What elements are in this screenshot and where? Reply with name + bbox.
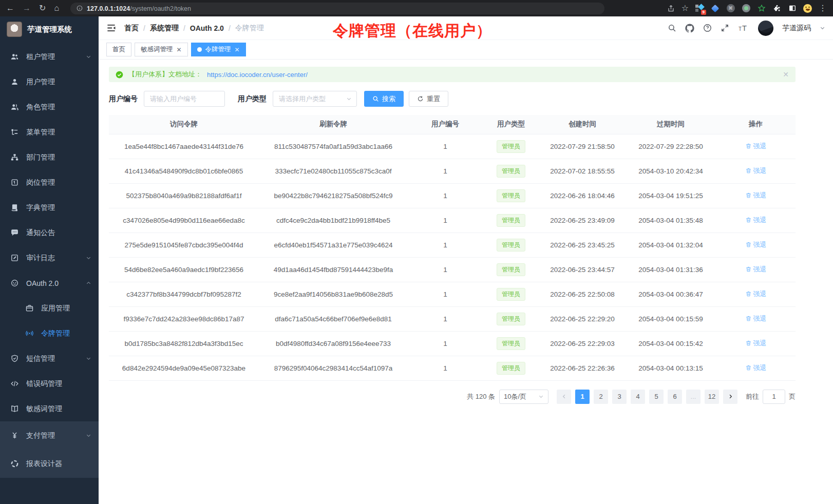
sidebar-item-错误码管理[interactable]: 错误码管理 [0, 371, 99, 396]
page-button-...[interactable]: ... [686, 390, 701, 404]
alert-close-icon[interactable]: ✕ [783, 70, 789, 79]
fullscreen-icon[interactable] [721, 24, 729, 32]
site-info-icon[interactable] [77, 5, 83, 11]
username[interactable]: 芋道源码 [782, 24, 811, 33]
sidebar-item-审计日志[interactable]: 审计日志 [0, 245, 99, 270]
table-row: 1ea5e44f8bc1467aaede43144f31de76 811c530… [109, 134, 796, 159]
logo-avatar [7, 22, 22, 37]
sidebar-item-敏感词管理[interactable]: 敏感词管理 [0, 396, 99, 421]
sidebar-item-用户管理[interactable]: 用户管理 [0, 69, 99, 94]
tab-令牌管理[interactable]: 令牌管理 ✕ [191, 43, 246, 56]
sidebar-item-OAuth 2.0[interactable]: OAuth 2.0 [0, 270, 99, 296]
sidebar-item-字典管理[interactable]: 字典管理 [0, 195, 99, 220]
sidebar-collapse-icon[interactable] [106, 23, 116, 33]
tab-首页[interactable]: 首页 [106, 43, 131, 56]
page-size-select[interactable]: 10条/页 [499, 390, 548, 404]
select-chevron-icon [346, 96, 352, 102]
force-logout-button[interactable]: 强退 [745, 339, 767, 348]
bookmark-star-icon[interactable]: ☆ [681, 4, 689, 12]
extension-blocks-icon[interactable]: 9 [695, 4, 704, 13]
breadcrumb-item[interactable]: 系统管理 [150, 24, 179, 33]
sidebar-item-角色管理[interactable]: 角色管理 [0, 94, 99, 120]
force-logout-button[interactable]: 强退 [745, 142, 767, 151]
force-logout-button[interactable]: 强退 [745, 363, 767, 373]
tab-close-icon[interactable]: ✕ [177, 46, 182, 53]
extension-record-icon[interactable] [742, 4, 750, 13]
reload-icon[interactable]: ↻ [39, 4, 46, 12]
force-logout-button[interactable]: 强退 [745, 216, 767, 225]
help-icon[interactable] [703, 24, 712, 32]
extension-badge: 9 [701, 10, 706, 15]
page-button-2[interactable]: 2 [594, 390, 608, 404]
next-page-button[interactable] [723, 390, 737, 404]
sidebar-item-菜单管理[interactable]: 菜单管理 [0, 120, 99, 145]
user-type-select[interactable]: 请选择用户类型 [273, 91, 357, 107]
search-icon[interactable] [668, 24, 676, 32]
sidebar-item-label: 支付管理 [26, 431, 55, 440]
font-size-icon[interactable]: TT [738, 24, 749, 32]
sidebar-item-支付管理[interactable]: 支付管理 [0, 421, 99, 450]
goto-page-input[interactable] [763, 390, 785, 404]
browser-menu-icon[interactable]: ⋮ [819, 4, 827, 12]
force-logout-button[interactable]: 强退 [745, 240, 767, 249]
alert-doc-link[interactable]: https://doc.iocoder.cn/user-center/ [207, 71, 308, 79]
cell-refresh-token: b0df4980ffd34c67a08f9156e4eee733 [259, 331, 408, 356]
table-row: b0d1785bc3a8482f812db4a3f3bd15ec b0df498… [109, 331, 796, 356]
sidebar-item-岗位管理[interactable]: 岗位管理 [0, 170, 99, 195]
trash-icon [745, 241, 752, 248]
extension-star-icon[interactable] [757, 4, 766, 13]
back-icon[interactable]: ← [6, 4, 14, 12]
user-id-input[interactable] [144, 91, 225, 107]
extensions-puzzle-icon[interactable] [772, 4, 781, 13]
user-caret-icon[interactable] [820, 25, 825, 31]
sidebar-item-部门管理[interactable]: 部门管理 [0, 145, 99, 170]
force-logout-button[interactable]: 强退 [745, 265, 767, 274]
profile-avatar-icon[interactable] [803, 4, 812, 13]
extension-command-icon[interactable]: ⌘ [726, 4, 735, 13]
cell-user-type: 管理员 [483, 257, 539, 282]
cell-action: 强退 [716, 183, 796, 208]
force-logout-button[interactable]: 强退 [745, 191, 767, 200]
column-header: 用户类型 [483, 115, 539, 134]
page-button-1[interactable]: 1 [575, 390, 590, 404]
force-logout-button[interactable]: 强退 [745, 314, 767, 323]
user-type-badge: 管理员 [497, 362, 525, 375]
prev-page-button[interactable] [557, 390, 571, 404]
sidebar-item-应用管理[interactable]: 应用管理 [0, 296, 99, 321]
sidebar-item-label: 短信管理 [26, 354, 55, 363]
app-logo[interactable]: 芋道管理系统 [0, 16, 99, 42]
force-logout-button[interactable]: 强退 [745, 166, 767, 176]
page-button-5[interactable]: 5 [649, 390, 664, 404]
alert-text: 【用户体系】文档地址： [128, 70, 202, 79]
force-logout-button[interactable]: 强退 [745, 289, 767, 299]
breadcrumb-separator: / [229, 24, 231, 32]
sidebar-item-租户管理[interactable]: 租户管理 [0, 44, 99, 69]
breadcrumb-item[interactable]: 首页 [124, 24, 139, 33]
share-icon[interactable] [667, 5, 675, 12]
page-button-12[interactable]: 12 [705, 390, 719, 404]
github-icon[interactable] [685, 24, 694, 33]
extension-gem-icon[interactable] [711, 4, 720, 13]
cell-expires: 2054-03-04 01:35:48 [626, 208, 716, 232]
sidebar-item-报表设计器[interactable]: 报表设计器 [0, 450, 99, 478]
url-bar[interactable]: 127.0.0.1:1024/system/oauth2/token [70, 3, 604, 14]
home-icon[interactable]: ⌂ [54, 4, 59, 12]
sidebar-panel-icon[interactable] [788, 4, 797, 13]
cell-expires: 2054-03-04 19:51:25 [626, 183, 716, 208]
cell-expires: 2054-03-04 00:15:59 [626, 306, 716, 331]
breadcrumb-item[interactable]: OAuth 2.0 [190, 24, 224, 32]
pagination: 共 120 条 10条/页 123456...12 前往 页 [109, 390, 796, 404]
sidebar-item-通知公告[interactable]: 通知公告 [0, 220, 99, 245]
page-button-4[interactable]: 4 [631, 390, 645, 404]
reset-button[interactable]: 重置 [409, 91, 448, 107]
sidebar-item-令牌管理[interactable]: 令牌管理 [0, 321, 99, 346]
page-button-6[interactable]: 6 [668, 390, 682, 404]
cell-refresh-token: 811c530487574fa0af1a59d3abc1aa66 [259, 134, 408, 159]
sidebar-item-短信管理[interactable]: 短信管理 [0, 346, 99, 371]
forward-icon[interactable]: → [23, 4, 31, 12]
page-button-3[interactable]: 3 [612, 390, 627, 404]
tab-close-icon[interactable]: ✕ [235, 46, 240, 53]
search-button[interactable]: 搜索 [364, 91, 404, 107]
user-avatar[interactable] [758, 21, 773, 36]
tab-敏感词管理[interactable]: 敏感词管理 ✕ [135, 43, 188, 56]
